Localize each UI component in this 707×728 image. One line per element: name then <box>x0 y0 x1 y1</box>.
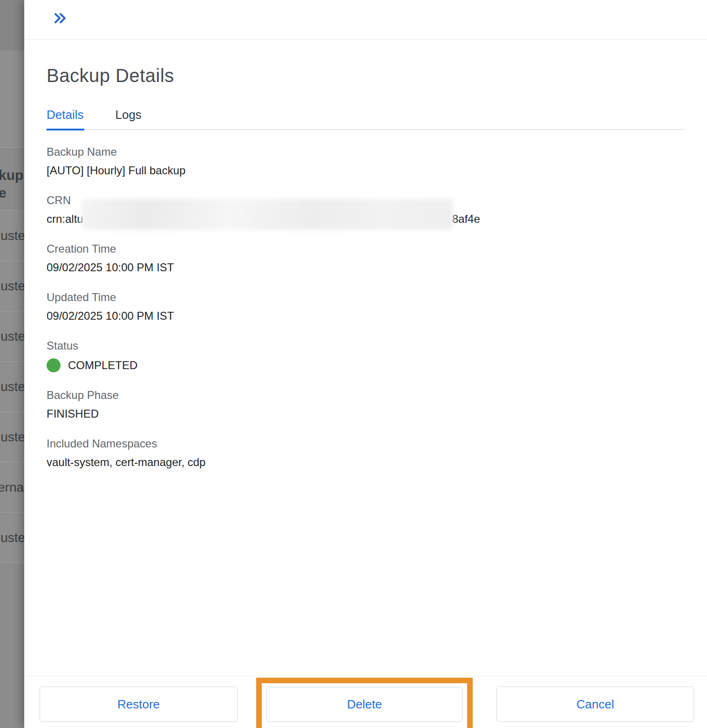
drawer-footer: Restore Delete Cancel <box>24 676 707 728</box>
field-label: Backup Phase <box>47 387 685 403</box>
background-filler <box>0 563 24 728</box>
field-label: Creation Time <box>47 241 685 257</box>
field-updated-time: Updated Time 09/02/2025 10:00 PM IST <box>47 289 685 324</box>
background-text-fragment: e <box>0 184 24 202</box>
field-value: FINISHED <box>47 406 685 422</box>
field-value: [AUTO] [Hourly] Full backup <box>47 163 685 179</box>
screen: kup e luste luste luste luste luste erna… <box>0 0 707 728</box>
field-value-crn: crn:altu 8af4e <box>47 211 685 227</box>
field-creation-time: Creation Time 09/02/2025 10:00 PM IST <box>47 241 685 275</box>
status-badge: COMPLETED <box>68 357 137 373</box>
field-status: Status COMPLETED <box>47 338 685 373</box>
field-backup-name: Backup Name [AUTO] [Hourly] Full backup <box>47 144 685 179</box>
background-table-row: ernal <box>0 462 24 513</box>
background-table-row: luste <box>0 211 24 261</box>
backup-details-drawer: Backup Details Details Logs Backup Name … <box>24 0 707 728</box>
background-row-text: ernal <box>0 480 24 495</box>
crn-suffix: 8af4e <box>452 211 480 227</box>
field-value: vault-system, cert-manager, cdp <box>47 454 685 470</box>
crn-redacted-region <box>83 211 452 227</box>
status-value-row: COMPLETED <box>47 357 685 373</box>
delete-button[interactable]: Delete <box>266 687 462 722</box>
dimmed-background-page: kup e luste luste luste luste luste erna… <box>0 0 24 728</box>
field-label: Status <box>47 338 685 354</box>
field-included-namespaces: Included Namespaces vault-system, cert-m… <box>47 436 685 470</box>
background-row-text: luste <box>0 329 24 344</box>
field-label: Updated Time <box>47 289 685 305</box>
background-table-row: luste <box>0 412 24 462</box>
crn-blur-overlay <box>82 199 453 230</box>
field-value: 09/02/2025 10:00 PM IST <box>47 260 685 275</box>
status-completed-dot-icon <box>47 358 61 372</box>
drawer-header <box>24 0 707 40</box>
background-header-block <box>0 50 24 148</box>
cancel-button[interactable]: Cancel <box>496 687 694 722</box>
background-row-text: luste <box>0 279 24 294</box>
background-table-row: luste <box>0 311 24 362</box>
background-row-text: luste <box>0 379 24 394</box>
field-backup-phase: Backup Phase FINISHED <box>47 387 685 422</box>
tab-details[interactable]: Details <box>47 108 84 130</box>
double-chevron-right-icon <box>54 12 68 26</box>
collapse-drawer-button[interactable] <box>50 8 71 29</box>
field-label: Backup Name <box>47 144 685 160</box>
background-row-text: luste <box>0 430 24 445</box>
field-label: Included Namespaces <box>47 436 685 452</box>
background-text-fragment: kup <box>0 166 24 184</box>
page-title: Backup Details <box>47 65 685 86</box>
field-crn: CRN crn:altu 8af4e <box>47 192 685 227</box>
crn-prefix: crn:altu <box>47 211 83 227</box>
background-row-text: luste <box>0 228 24 243</box>
field-value: 09/02/2025 10:00 PM IST <box>47 308 685 324</box>
background-table-row: luste <box>0 513 24 563</box>
background-table-row: luste <box>0 261 24 311</box>
background-row-text: luste <box>0 530 24 545</box>
restore-button[interactable]: Restore <box>40 687 238 722</box>
delete-button-highlight-annotation: Delete <box>256 678 473 728</box>
background-table-row: luste <box>0 362 24 412</box>
tab-bar: Details Logs <box>47 108 685 130</box>
details-field-list: Backup Name [AUTO] [Hourly] Full backup … <box>47 144 685 470</box>
tab-logs[interactable]: Logs <box>115 108 142 130</box>
background-column-header: kup e <box>0 148 24 211</box>
background-topbar <box>0 0 24 50</box>
drawer-body: Backup Details Details Logs Backup Name … <box>24 65 707 470</box>
